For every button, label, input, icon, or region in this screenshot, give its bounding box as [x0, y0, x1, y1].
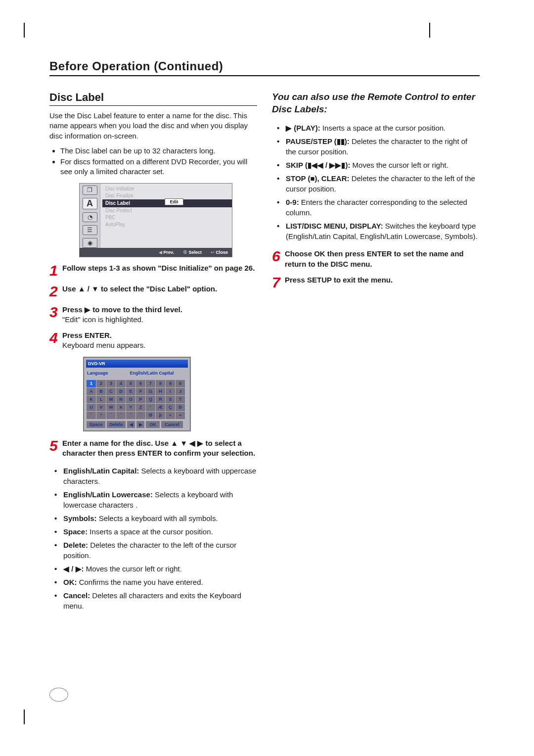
kbd-key: 7 — [146, 379, 156, 387]
s5-bullet-7: OK: Confirms the name you have entered. — [63, 577, 257, 587]
two-column-layout: Disc Label Use the Disc Label feature to… — [49, 86, 480, 618]
rc-bullet-2: PAUSE/STEP (▮▮): Deletes the character t… — [286, 136, 480, 157]
kbd-key: L — [96, 395, 106, 403]
step-4-rest: Keyboard menu appears. — [62, 341, 145, 349]
step-num-4: 4 — [49, 331, 60, 351]
s5-bullet-2: English/Latin Lowercase: Selects a keybo… — [63, 489, 257, 510]
step-num-1: 1 — [49, 263, 60, 278]
title-rule — [49, 75, 480, 76]
rc-bullet-4: STOP (■), CLEAR: Deletes the character t… — [286, 173, 480, 194]
kbd-key: » — [176, 411, 185, 419]
menu-body: Disc Initialize Disc Finalize Disc Label… — [100, 184, 232, 248]
kbd-key: O — [126, 395, 136, 403]
kbd-left: ◀ — [127, 421, 135, 428]
rc-bullet-5: 0-9: Enters the character corresponding … — [286, 197, 480, 218]
page-title: Before Operation (Continued) — [49, 59, 480, 74]
step-2: 2 Use ▲ / ▼ to select the "Disc Label" o… — [49, 284, 257, 299]
step-5-bullets: English/Latin Capital: Selects a keyboar… — [49, 466, 257, 611]
kbd-key: Q — [146, 395, 156, 403]
kbd-key: 2 — [96, 379, 106, 387]
s5-bullet-1: English/Latin Capital: Selects a keyboar… — [63, 466, 257, 486]
kbd-key: ¨ — [116, 411, 126, 419]
disc-icon: ◉ — [83, 238, 97, 248]
rc-bullet-6: LIST/DISC MENU, DISPLAY: Switches the ke… — [286, 221, 480, 241]
keyboard-screenshot: DVD-VR Language English/Latin Capital 1 … — [83, 357, 191, 431]
kbd-key: H — [156, 387, 166, 395]
kbd-row-2: K L M N O P Q R S T — [87, 395, 185, 403]
intro-paragraph: Use the Disc Label feature to enter a na… — [49, 111, 257, 141]
kbd-delete: Delete — [106, 421, 126, 428]
step-2-text: Use ▲ / ▼ to select the "Disc Label" opt… — [62, 284, 217, 293]
menu-item-disc-initialize: Disc Initialize — [102, 186, 232, 192]
step-6: 6 Choose OK then press ENTER to set the … — [272, 249, 480, 269]
kbd-key: 8 — [156, 379, 166, 387]
left-column: Disc Label Use the Disc Label feature to… — [49, 86, 257, 618]
kbd-key: 4 — [116, 379, 126, 387]
remote-bullets: ▶ (PLAY): Inserts a space at the cursor … — [272, 123, 480, 241]
kbd-title: DVD-VR — [86, 360, 188, 368]
kbd-key: 3 — [106, 379, 116, 387]
kbd-key: Ç — [166, 403, 176, 411]
kbd-key: U — [87, 403, 96, 411]
kbd-actions: Space Delete ◀ ▶ OK Cancel — [86, 421, 188, 428]
step-7: 7 Press SETUP to exit the menu. — [272, 275, 480, 290]
rc-bullet-3: SKIP (▮◀◀ / ▶▶▮): Moves the cursor left … — [286, 160, 480, 170]
menu-footer: ◀ Prev. ⦿ Select ↩ Close — [80, 248, 232, 257]
crop-mark-tr — [415, 23, 430, 38]
menu-item-autoplay: AutoPlay — [102, 221, 232, 228]
step-4-bold: Press ENTER. — [62, 331, 112, 339]
kbd-key: Ø — [146, 411, 156, 419]
step-6-text: Choose OK then press ENTER to set the na… — [285, 249, 464, 268]
step-1: 1 Follow steps 1-3 as shown "Disc Initia… — [49, 263, 257, 278]
step-7-text: Press SETUP to exit the menu. — [285, 276, 393, 284]
kbd-key: ` — [87, 411, 96, 419]
kbd-row-0: 1 2 3 4 5 6 7 8 9 0 — [87, 379, 185, 387]
kbd-key: º — [96, 411, 106, 419]
step-num-7: 7 — [272, 275, 283, 290]
menu-item-pbc: PBC — [102, 214, 232, 221]
kbd-key: C — [106, 387, 116, 395]
kbd-key: þ — [156, 411, 166, 419]
s5-bullet-3: Symbols: Selects a keyboard with all sym… — [63, 513, 257, 523]
page-content: Before Operation (Continued) Disc Label … — [49, 59, 480, 618]
menu-rail: ❐ A ◔ ☰ ◉ — [80, 184, 100, 248]
kbd-space: Space — [86, 421, 106, 428]
kbd-grid: 1 2 3 4 5 6 7 8 9 0 A B C — [86, 379, 185, 420]
menu-item-disc-protect: Disc Protect — [102, 207, 232, 214]
step-5-text: Enter a name for the disc. Use ▲ ▼ ◀ ▶ t… — [62, 439, 255, 457]
kbd-key: Ð — [176, 403, 185, 411]
kbd-key: B — [96, 387, 106, 395]
kbd-key: D — [116, 387, 126, 395]
kbd-key: 5 — [126, 379, 136, 387]
kbd-row-4: ` º ˙ ¨ ˝ ¯ Ø þ « » — [87, 411, 185, 419]
kbd-key: ˝ — [126, 411, 136, 419]
step-1-text: Follow steps 1-3 as shown "Disc Initiali… — [62, 264, 255, 272]
kbd-key: K — [87, 395, 96, 403]
rc-bullet-1: ▶ (PLAY): Inserts a space at the cursor … — [286, 123, 480, 133]
kbd-key: 6 — [136, 379, 146, 387]
kbd-key: A — [87, 387, 96, 395]
step-4: 4 Press ENTER. Keyboard menu appears. — [49, 331, 257, 351]
intro-bullets: The Disc label can be up to 32 character… — [49, 146, 257, 177]
step-num-6: 6 — [272, 249, 283, 269]
edit-pill: Edit — [165, 198, 183, 205]
menu-screenshot: ❐ A ◔ ☰ ◉ Disc Initialize Disc Finalize … — [79, 183, 232, 257]
intro-bullet-2: For discs formatted on a different DVD R… — [60, 157, 257, 177]
s5-bullet-8: Cancel: Deletes all characters and exits… — [63, 590, 257, 611]
kbd-key: M — [106, 395, 116, 403]
crop-mark-bl — [24, 709, 39, 724]
step-num-3: 3 — [49, 305, 60, 325]
step-3-bold: Press ▶ to move to the third level. — [62, 305, 182, 314]
kbd-key: ˙ — [106, 411, 116, 419]
kbd-key: P — [136, 395, 146, 403]
tv-icon: ❐ — [83, 186, 97, 195]
crop-mark-tl — [24, 23, 39, 38]
kbd-key: E — [126, 387, 136, 395]
footer-prev: ◀ Prev. — [159, 250, 174, 255]
step-num-5: 5 — [49, 438, 60, 459]
kbd-key: N — [116, 395, 126, 403]
kbd-mode-label: English/Latin Capital — [116, 371, 188, 376]
kbd-key: F — [136, 387, 146, 395]
kbd-key: 0 — [176, 379, 185, 387]
kbd-row-3: U V W X Y Z ' Æ Ç Ð — [87, 403, 185, 411]
